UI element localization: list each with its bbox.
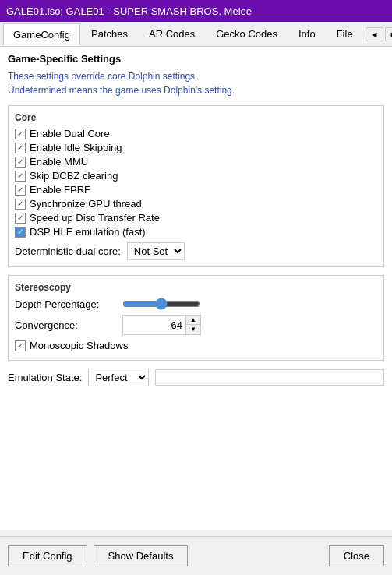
convergence-spinbox: 64 ▲ ▼ bbox=[122, 315, 201, 335]
show-defaults-button[interactable]: Show Defaults bbox=[94, 545, 189, 566]
checkbox-disc-transfer[interactable]: ✓ Speed up Disc Transfer Rate bbox=[15, 212, 377, 224]
checkbox-fprf[interactable]: ✓ Enable FPRF bbox=[15, 184, 377, 196]
tab-gameconfig[interactable]: GameConfig bbox=[3, 23, 80, 46]
convergence-row: Convergence: 64 ▲ ▼ bbox=[15, 315, 377, 335]
checkbox-idle-skipping[interactable]: ✓ Enable Idle Skipping bbox=[15, 142, 377, 153]
depth-slider[interactable] bbox=[122, 298, 200, 310]
convergence-label: Convergence: bbox=[15, 319, 116, 331]
tab-info[interactable]: Info bbox=[288, 23, 326, 45]
section-title: Game-Specific Settings bbox=[8, 53, 384, 65]
convergence-input[interactable]: 64 bbox=[123, 318, 185, 333]
emulation-label: Emulation State: bbox=[8, 372, 82, 383]
convergence-up[interactable]: ▲ bbox=[186, 316, 200, 325]
depth-label: Depth Percentage: bbox=[15, 298, 116, 310]
deterministic-select[interactable]: Not Set False True bbox=[127, 242, 185, 260]
title-bar: GALE01.iso: GALE01 - SUPER SMASH BROS. M… bbox=[0, 0, 392, 22]
checkbox-dcbz[interactable]: ✓ Skip DCBZ clearing bbox=[15, 170, 377, 182]
tab-geckocodes[interactable]: Gecko Codes bbox=[206, 23, 288, 45]
edit-config-button[interactable]: Edit Config bbox=[8, 545, 87, 566]
tab-bar: GameConfig Patches AR Codes Gecko Codes … bbox=[0, 22, 392, 47]
tab-nav-right[interactable]: ► bbox=[385, 27, 392, 41]
core-section: Core ✓ Enable Dual Core ✓ Enable Idle Sk… bbox=[8, 105, 384, 267]
checkbox-mono-shadow[interactable]: ✓ Monoscopic Shadows bbox=[15, 340, 377, 351]
tab-patches[interactable]: Patches bbox=[81, 23, 138, 45]
bottom-bar: Edit Config Show Defaults Close bbox=[0, 536, 392, 575]
main-area: Game-Specific Settings These settings ov… bbox=[0, 47, 392, 530]
stereo-section: Stereoscopy Depth Percentage: Convergenc… bbox=[8, 275, 384, 361]
stereo-label: Stereoscopy bbox=[15, 282, 377, 293]
deterministic-label: Deterministic dual core: bbox=[15, 245, 121, 257]
tab-nav-left[interactable]: ◄ bbox=[366, 27, 383, 41]
checkbox-mmu[interactable]: ✓ Enable MMU bbox=[15, 156, 377, 168]
deterministic-row: Deterministic dual core: Not Set False T… bbox=[15, 242, 377, 260]
checkbox-dual-core[interactable]: ✓ Enable Dual Core bbox=[15, 128, 377, 139]
checkbox-dsp-hle[interactable]: ✓ DSP HLE emulation (fast) bbox=[15, 226, 377, 238]
tab-file[interactable]: File bbox=[327, 23, 363, 45]
emulation-row: Emulation State: Perfect In-game Intro N… bbox=[8, 369, 384, 386]
info-text: These settings override core Dolphin set… bbox=[8, 69, 384, 97]
close-button[interactable]: Close bbox=[329, 545, 384, 566]
window-title: GALE01.iso: GALE01 - SUPER SMASH BROS. M… bbox=[6, 5, 252, 17]
emulation-note-input[interactable] bbox=[155, 369, 384, 386]
depth-row: Depth Percentage: bbox=[15, 298, 377, 310]
core-label: Core bbox=[15, 112, 377, 123]
convergence-down[interactable]: ▼ bbox=[186, 325, 200, 334]
checkbox-sync-gpu[interactable]: ✓ Synchronize GPU thread bbox=[15, 198, 377, 210]
emulation-select[interactable]: Perfect In-game Intro Nothing bbox=[88, 369, 149, 386]
tab-arcodes[interactable]: AR Codes bbox=[139, 23, 205, 45]
